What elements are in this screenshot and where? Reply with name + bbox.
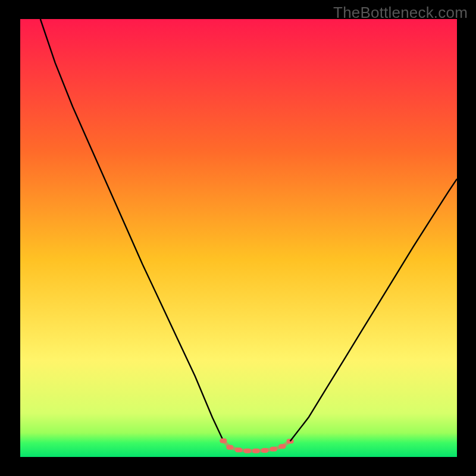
flat-marker [220, 439, 227, 443]
flat-marker [261, 448, 268, 453]
chart-frame: TheBottleneck.com [0, 0, 476, 476]
flat-marker [278, 444, 286, 449]
plot-background [20, 19, 457, 457]
bottleneck-chart [0, 0, 476, 476]
flat-marker [252, 449, 259, 453]
flat-marker [244, 449, 251, 453]
flat-marker [235, 447, 242, 452]
flat-marker [226, 445, 233, 450]
flat-marker [270, 447, 277, 452]
